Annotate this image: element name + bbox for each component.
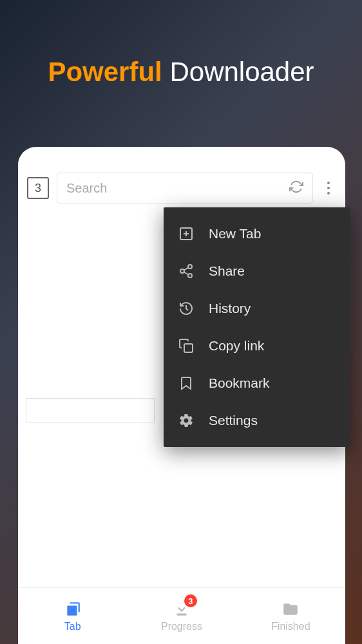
history-icon [178,300,195,317]
menu-item-label: History [209,301,251,316]
headline-accent: Powerful [48,57,162,87]
svg-point-1 [188,265,192,269]
more-menu-button[interactable] [321,182,336,194]
tab-count-button[interactable]: 3 [27,177,49,199]
nav-label: Tab [64,621,81,632]
plus-box-icon [178,225,195,242]
menu-item-label: New Tab [209,226,261,242]
app-window: 3 Search New Tab Share [18,147,345,644]
search-input[interactable]: Search [57,173,313,204]
nav-label: Progress [161,621,202,632]
dot-icon [327,187,330,189]
copy-icon [178,337,195,354]
nav-finished[interactable]: Finished [236,588,345,644]
refresh-icon[interactable] [289,180,303,197]
gear-icon [178,412,195,429]
menu-item-share[interactable]: Share [164,252,350,290]
bottom-nav: Tab 3 Progress Finished [18,587,345,644]
overflow-menu: New Tab Share History Copy link Bookmark [164,207,350,447]
bookmark-icon [178,375,195,392]
menu-item-copy-link[interactable]: Copy link [164,327,350,365]
menu-item-label: Share [209,263,245,279]
menu-item-bookmark[interactable]: Bookmark [164,365,350,402]
tab-count-value: 3 [35,182,41,195]
menu-item-settings[interactable]: Settings [164,402,350,439]
svg-rect-5 [67,605,77,615]
svg-point-2 [180,269,184,273]
nav-label: Finished [271,621,310,632]
headline-rest: Downloader [169,57,314,87]
headline: Powerful Downloader [0,0,362,113]
nav-tab[interactable]: Tab [18,588,127,644]
progress-badge: 3 [184,594,197,607]
menu-item-label: Copy link [209,338,264,354]
browser-bar: 3 Search [18,147,345,214]
tabs-icon [64,600,82,618]
nav-progress[interactable]: 3 Progress [127,588,236,644]
address-input[interactable] [26,398,155,422]
share-icon [178,263,195,279]
search-placeholder: Search [66,181,289,196]
menu-item-history[interactable]: History [164,290,350,327]
svg-rect-4 [184,344,193,352]
menu-item-label: Bookmark [209,375,270,391]
menu-item-label: Settings [209,413,258,428]
dot-icon [327,182,330,184]
menu-item-new-tab[interactable]: New Tab [164,215,350,252]
svg-rect-6 [176,613,186,615]
folder-icon [281,600,300,618]
dot-icon [327,192,330,194]
svg-point-3 [188,274,192,278]
